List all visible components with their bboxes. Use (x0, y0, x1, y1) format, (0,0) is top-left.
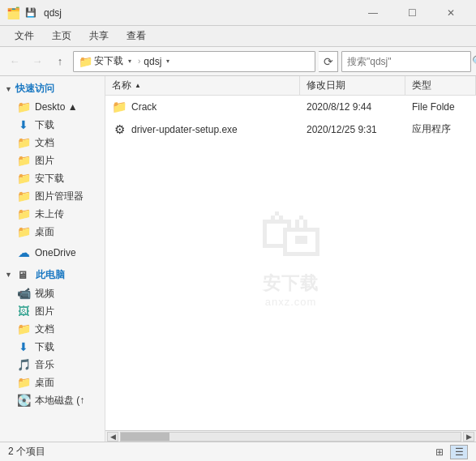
col-header-type[interactable]: 类型 (405, 76, 476, 95)
app-icon: 🗂️ (6, 6, 19, 19)
sidebar-item-pictures2-label: 图片 (35, 305, 54, 318)
sidebar-item-video-label: 视频 (35, 287, 54, 301)
file-list[interactable]: 🛍 安下载 anxz.com 📁 Crack 2020/8/12 9:44 Fi… (105, 96, 476, 430)
watermark-text: 安下载 (263, 271, 319, 295)
sidebar-item-notupload-label: 未上传 (35, 207, 64, 221)
this-pc-arrow: ▼ (5, 271, 12, 279)
breadcrumb-folder-icon: 📁 (79, 55, 92, 68)
view-detail-button[interactable]: ☰ (450, 445, 468, 459)
forward-button[interactable]: → (28, 52, 47, 71)
breadcrumb-sep: › (138, 57, 140, 66)
onedrive-icon: ☁ (16, 245, 31, 260)
sidebar-item-anxiazai-label: 安下载 (35, 172, 64, 186)
video-icon: 📹 (16, 286, 31, 301)
window-title: qdsj (44, 7, 354, 19)
breadcrumb-dropdown-1[interactable]: ▾ (125, 57, 135, 66)
breadcrumb-qdsj[interactable]: qdsj ▾ (144, 56, 173, 67)
close-button[interactable]: ✕ (432, 0, 470, 26)
title-controls: — ☐ ✕ (354, 0, 470, 26)
sidebar-item-onedrive[interactable]: ☁ OneDrive (0, 244, 105, 262)
refresh-button[interactable]: ⟳ (319, 51, 338, 72)
minimize-button[interactable]: — (354, 0, 392, 26)
sidebar-item-documents[interactable]: 📁 文档 (0, 134, 105, 152)
menu-bar: 文件 主页 共享 查看 (0, 26, 476, 47)
sidebar-item-documents2[interactable]: 📁 文档 (0, 320, 105, 338)
breadcrumb[interactable]: 📁 安下载 ▾ › qdsj ▾ (73, 51, 315, 72)
scroll-right-button[interactable]: ▶ (463, 432, 474, 442)
exe-icon-driver: ⚙ (112, 122, 127, 137)
sidebar-item-desktop[interactable]: 📁 Deskto ▲ (0, 98, 105, 116)
status-bar: 2 个项目 ⊞ ☰ (0, 442, 476, 461)
quick-access-arrow: ▼ (5, 85, 12, 93)
maximize-button[interactable]: ☐ (393, 0, 431, 26)
documents2-icon: 📁 (16, 322, 31, 336)
sidebar-item-music[interactable]: 🎵 音乐 (0, 356, 105, 373)
status-item-count: 2 个项目 (8, 445, 45, 459)
col-header-date[interactable]: 修改日期 (300, 76, 405, 95)
sidebar-item-desktop2-label: 桌面 (35, 225, 54, 239)
sidebar-item-downloads[interactable]: ⬇ 下载 (0, 116, 105, 134)
horizontal-scrollbar[interactable]: ◀ ▶ (105, 430, 476, 442)
file-date-crack: 2020/8/12 9:44 (300, 96, 405, 117)
watermark-icon: 🛍 (259, 196, 324, 271)
downloads-icon: ⬇ (16, 117, 31, 132)
file-name-crack: Crack (131, 101, 157, 113)
sidebar-item-pictures[interactable]: 📁 图片 (0, 152, 105, 169)
folder-icon-picmgr: 📁 (16, 189, 31, 203)
this-pc-header[interactable]: ▼ 🖥 此电脑 (0, 265, 105, 284)
pc-icon: 🖥 (15, 267, 30, 282)
table-row[interactable]: 📁 Crack 2020/8/12 9:44 File Folde (105, 96, 476, 118)
col-name-label: 名称 (112, 79, 131, 92)
pictures2-icon: 🖼 (16, 304, 31, 318)
sidebar: ▼ 快速访问 📁 Deskto ▲ ⬇ 下载 📁 文档 📁 图片 📁 安下载 📁… (0, 76, 105, 442)
table-row[interactable]: ⚙ driver-updater-setup.exe 2020/12/25 9:… (105, 118, 476, 141)
sidebar-item-desktop3[interactable]: 📁 桌面 (0, 373, 105, 391)
scroll-left-button[interactable]: ◀ (107, 432, 118, 442)
sort-arrow: ▲ (135, 82, 141, 89)
sidebar-item-music-label: 音乐 (35, 358, 54, 372)
sidebar-item-downloads2-label: 下载 (35, 340, 54, 354)
music-icon: 🎵 (16, 357, 31, 372)
search-input[interactable] (347, 56, 469, 67)
sidebar-item-onedrive-label: OneDrive (35, 247, 76, 258)
sidebar-item-video[interactable]: 📹 视频 (0, 284, 105, 302)
sidebar-item-picturemanager-label: 图片管理器 (35, 190, 84, 203)
sidebar-item-pictures-label: 图片 (35, 154, 54, 168)
sidebar-item-notupload[interactable]: 📁 未上传 (0, 205, 105, 223)
watermark-url: anxz.com (265, 295, 317, 307)
folder-icon-docs: 📁 (16, 135, 31, 150)
title-bar-icons: 🗂️ 💾 (6, 6, 37, 19)
localdisk-icon: 💽 (16, 393, 31, 408)
menu-file[interactable]: 文件 (6, 27, 42, 45)
file-name-cell-crack: 📁 Crack (105, 96, 300, 117)
view-grid-button[interactable]: ⊞ (431, 445, 448, 459)
address-bar: ← → ↑ 📁 安下载 ▾ › qdsj ▾ ⟳ 🔍 (0, 47, 476, 76)
sidebar-item-desktop2[interactable]: 📁 桌面 (0, 223, 105, 241)
breadcrumb-dropdown-2[interactable]: ▾ (163, 57, 173, 66)
col-header-name[interactable]: 名称 ▲ (105, 76, 300, 95)
menu-view[interactable]: 查看 (118, 27, 154, 45)
folder-icon-pics: 📁 (16, 153, 31, 168)
col-date-label: 修改日期 (307, 79, 345, 92)
back-button[interactable]: ← (5, 52, 24, 71)
watermark: 🛍 安下载 anxz.com (259, 196, 324, 307)
search-icon: 🔍 (472, 55, 476, 67)
breadcrumb-label-2: qdsj (144, 56, 161, 67)
sidebar-item-pictures2[interactable]: 🖼 图片 (0, 302, 105, 320)
file-name-cell-driver: ⚙ driver-updater-setup.exe (105, 118, 300, 140)
up-button[interactable]: ↑ (50, 52, 70, 71)
menu-home[interactable]: 主页 (44, 27, 79, 45)
sidebar-item-desktop3-label: 桌面 (35, 376, 54, 390)
breadcrumb-anxiazai[interactable]: 📁 安下载 ▾ (79, 54, 135, 68)
scroll-track[interactable] (120, 432, 461, 442)
quick-access-header[interactable]: ▼ 快速访问 (0, 79, 105, 98)
sidebar-item-picturemanager[interactable]: 📁 图片管理器 (0, 187, 105, 205)
sidebar-item-documents-label: 文档 (35, 136, 54, 150)
search-box[interactable]: 🔍 (341, 51, 471, 72)
sidebar-item-downloads2[interactable]: ⬇ 下载 (0, 338, 105, 356)
sidebar-item-anxiazai[interactable]: 📁 安下载 (0, 169, 105, 187)
this-pc-label: 此电脑 (36, 268, 65, 282)
file-date-driver: 2020/12/25 9:31 (300, 118, 405, 140)
sidebar-item-localdisk[interactable]: 💽 本地磁盘 (↑ (0, 391, 105, 409)
menu-share[interactable]: 共享 (81, 27, 117, 45)
